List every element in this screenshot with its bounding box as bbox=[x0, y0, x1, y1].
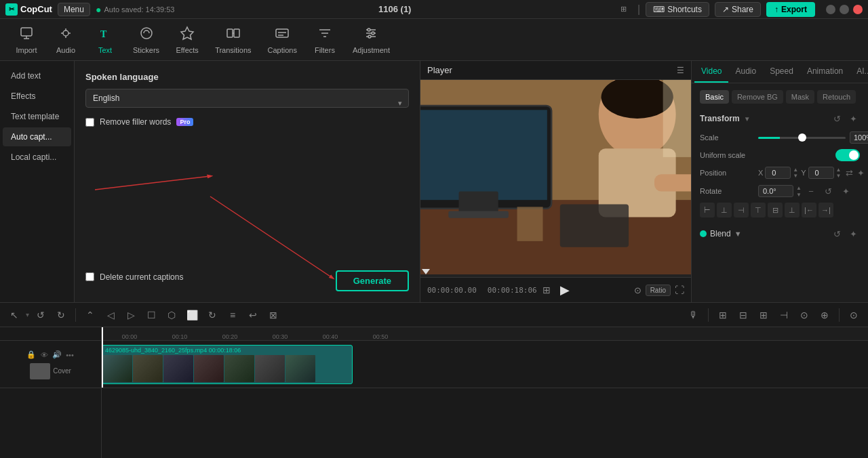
toolbar-text[interactable]: T Text bbox=[87, 22, 123, 58]
sidebar-item-auto-caption[interactable]: Auto capt... bbox=[3, 127, 71, 146]
subtitle-button[interactable]: ≡ bbox=[224, 306, 241, 324]
sidebar-item-effects[interactable]: Effects bbox=[3, 87, 71, 106]
undo-button[interactable]: ↺ bbox=[32, 306, 50, 324]
grid-icon[interactable]: ⊞ bbox=[542, 285, 551, 295]
rotate-stepper[interactable]: ▲ ▼ bbox=[796, 185, 802, 198]
transform-edit-icon[interactable]: ✦ bbox=[846, 112, 860, 125]
ratio-button[interactable]: Ratio bbox=[646, 285, 671, 296]
generate-button[interactable]: Generate bbox=[336, 270, 409, 291]
toolbar-adjustment[interactable]: Adjustment bbox=[346, 22, 397, 58]
align-right2-icon[interactable]: →| bbox=[818, 203, 833, 217]
position-x-down[interactable]: ▼ bbox=[793, 173, 798, 179]
more-icon[interactable]: ••• bbox=[64, 350, 75, 360]
sidebar-item-text-template[interactable]: Text template bbox=[3, 107, 71, 126]
align-right-icon[interactable]: ⊣ bbox=[734, 203, 749, 217]
transform-expand-icon[interactable]: ▼ bbox=[744, 115, 751, 123]
align-center-v-icon[interactable]: ⊟ bbox=[768, 203, 783, 217]
position-edit-icon[interactable]: ✦ bbox=[857, 166, 865, 180]
trim-left-button[interactable]: ◁ bbox=[102, 306, 119, 324]
magnet-button[interactable]: ⊞ bbox=[714, 306, 732, 324]
remove-button[interactable]: ↩ bbox=[244, 306, 262, 324]
eye-icon[interactable]: 👁 bbox=[39, 350, 50, 360]
select-tool-button[interactable]: ↖ bbox=[5, 306, 23, 324]
align-bottom-icon[interactable]: ⊥ bbox=[785, 203, 800, 217]
blend-undo-icon[interactable]: ↺ bbox=[830, 227, 844, 241]
align-left-icon[interactable]: ⊢ bbox=[700, 203, 715, 217]
subtab-mask[interactable]: Mask bbox=[786, 90, 814, 104]
split-button[interactable]: ⌃ bbox=[81, 306, 99, 324]
position-x-stepper[interactable]: ▲ ▼ bbox=[793, 167, 798, 179]
redo-button[interactable]: ↻ bbox=[52, 306, 70, 324]
rotate-down[interactable]: ▼ bbox=[796, 192, 802, 198]
maximize-button[interactable] bbox=[840, 5, 849, 14]
shape-button[interactable]: ⬡ bbox=[163, 306, 180, 324]
tab-animation[interactable]: Animation bbox=[800, 61, 850, 83]
lock-icon[interactable]: 🔒 bbox=[26, 350, 37, 360]
share-button[interactable]: ↗ Share bbox=[715, 2, 761, 17]
align-center-h-icon[interactable]: ⊥ bbox=[717, 203, 732, 217]
position-y-stepper[interactable]: ▲ ▼ bbox=[836, 167, 842, 179]
toolbar-filters[interactable]: Filters bbox=[307, 22, 343, 58]
toolbar-import[interactable]: Import bbox=[8, 22, 45, 58]
delete-button[interactable]: ⊠ bbox=[264, 306, 282, 324]
subtab-remove-bg[interactable]: Remove BG bbox=[732, 90, 783, 104]
tab-video[interactable]: Video bbox=[694, 61, 728, 83]
remove-filler-checkbox[interactable] bbox=[85, 118, 94, 127]
toolbar-audio[interactable]: Audio bbox=[47, 22, 84, 58]
resolution-display[interactable]: ⊞ bbox=[615, 3, 632, 15]
subtab-basic[interactable]: Basic bbox=[700, 90, 729, 104]
pin-button[interactable]: ⊕ bbox=[816, 306, 833, 324]
rotate-edit-icon[interactable]: ✦ bbox=[840, 184, 853, 198]
select-dropdown-icon[interactable]: ▾ bbox=[26, 311, 29, 318]
transform-reset-icon[interactable]: ↺ bbox=[830, 112, 844, 125]
rotate-input[interactable] bbox=[758, 185, 793, 197]
loop-button[interactable]: ↻ bbox=[203, 306, 221, 324]
rotate-minus[interactable]: − bbox=[804, 184, 818, 198]
toolbar-stickers[interactable]: Stickers bbox=[126, 22, 166, 58]
menu-button[interactable]: Menu bbox=[58, 3, 90, 16]
volume-icon[interactable]: 🔊 bbox=[52, 350, 62, 360]
player-menu-icon[interactable]: ☰ bbox=[677, 66, 684, 75]
settings-button[interactable]: ⊙ bbox=[845, 306, 863, 324]
rotate-up[interactable]: ▲ bbox=[796, 185, 802, 191]
position-y-up[interactable]: ▲ bbox=[836, 167, 842, 173]
mic-button[interactable]: 🎙 bbox=[685, 306, 703, 324]
subtab-retouch[interactable]: Retouch bbox=[817, 90, 856, 104]
uniform-scale-toggle[interactable] bbox=[835, 149, 860, 161]
screenshot-icon[interactable]: ⊙ bbox=[634, 285, 642, 295]
rotate-reset-icon[interactable]: ↺ bbox=[822, 184, 835, 198]
trim-right-button[interactable]: ▷ bbox=[122, 306, 140, 324]
delete-captions-checkbox[interactable] bbox=[85, 272, 94, 281]
scale-fit-button[interactable]: ⬜ bbox=[183, 306, 201, 324]
tab-speed[interactable]: Speed bbox=[763, 61, 800, 83]
toolbar-effects[interactable]: Effects bbox=[169, 22, 205, 58]
position-y-input[interactable] bbox=[808, 167, 834, 179]
position-x-up[interactable]: ▲ bbox=[793, 167, 798, 173]
scale-slider[interactable] bbox=[758, 137, 846, 139]
position-link-icon[interactable]: ⇄ bbox=[846, 166, 853, 180]
align-left2-icon[interactable]: |← bbox=[802, 203, 816, 217]
toolbar-transitions[interactable]: Transitions bbox=[208, 22, 258, 58]
blend-expand-icon[interactable]: ▼ bbox=[734, 230, 742, 238]
language-select[interactable]: English Chinese Spanish French Japanese bbox=[85, 89, 409, 108]
position-y-down[interactable]: ▼ bbox=[836, 173, 842, 179]
fullscreen-icon[interactable]: ⛶ bbox=[675, 285, 684, 295]
overlay-button[interactable]: ⊙ bbox=[795, 306, 813, 324]
unlink-button[interactable]: ⊞ bbox=[755, 306, 772, 324]
link-button[interactable]: ⊟ bbox=[734, 306, 752, 324]
minimize-button[interactable] bbox=[826, 5, 835, 14]
sidebar-item-add-text[interactable]: Add text bbox=[3, 66, 71, 85]
crop-button[interactable]: ☐ bbox=[142, 306, 160, 324]
close-button[interactable] bbox=[853, 5, 863, 14]
play-button[interactable]: ▶ bbox=[556, 281, 574, 299]
player-progress-bar[interactable] bbox=[420, 274, 691, 277]
align-top-icon[interactable]: ⊤ bbox=[751, 203, 766, 217]
blend-edit-icon[interactable]: ✦ bbox=[846, 227, 860, 241]
tab-audio[interactable]: Audio bbox=[728, 61, 763, 83]
tab-ai[interactable]: AI... bbox=[850, 61, 868, 83]
align-tl-button[interactable]: ⊣ bbox=[775, 306, 793, 324]
video-clip[interactable]: 4629085-uhd_3840_2160_25fps.mp4 00:00:18… bbox=[102, 345, 353, 384]
shortcuts-button[interactable]: ⌨ Shortcuts bbox=[646, 2, 709, 17]
sidebar-item-local-caption[interactable]: Local capti... bbox=[3, 148, 71, 167]
position-x-input[interactable] bbox=[765, 167, 791, 179]
